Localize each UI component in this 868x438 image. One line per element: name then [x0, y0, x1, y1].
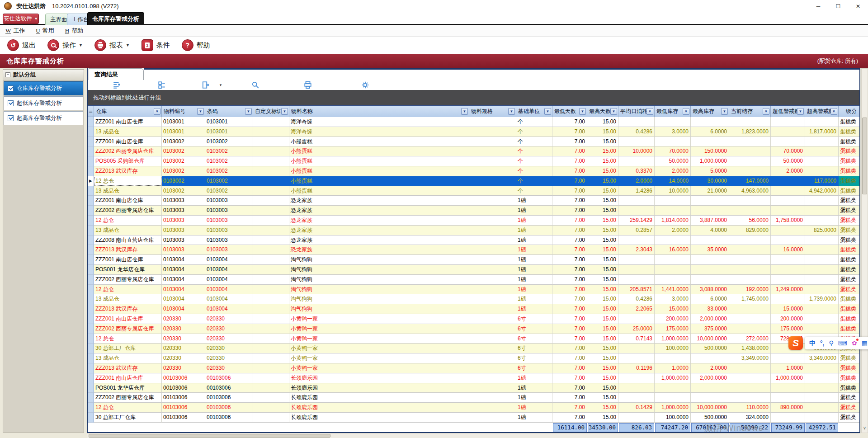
cell-r3-c6[interactable]: 个	[516, 146, 552, 156]
cell-r21-c10[interactable]: 175.0000	[655, 324, 691, 334]
ime-skin-icon[interactable]: ✿	[852, 340, 857, 346]
cell-r12-c3[interactable]	[253, 235, 289, 245]
cell-r26-c5[interactable]	[469, 373, 516, 383]
cell-r7-c4[interactable]: 小熊蛋糕	[289, 186, 469, 196]
column-header-7[interactable]: 最低天数▼	[552, 106, 587, 118]
close-button[interactable]: ✕	[848, 0, 868, 12]
cell-r9-c5[interactable]	[469, 206, 516, 216]
cell-r12-c10[interactable]	[655, 235, 691, 245]
cell-r27-c15[interactable]: 蛋糕类	[839, 383, 860, 393]
cell-r18-c6[interactable]: 1磅	[516, 294, 552, 304]
filter-dropdown-icon[interactable]: ▼	[461, 108, 468, 115]
cell-r1-c0[interactable]: 13 成品仓	[94, 127, 162, 137]
cell-r13-c6[interactable]: 1磅	[516, 245, 552, 255]
cell-r30-c6[interactable]: 1磅	[516, 413, 552, 423]
cell-r15-c15[interactable]: 蛋糕类	[839, 265, 860, 275]
cell-r17-c3[interactable]	[253, 285, 289, 295]
cell-r2-c12[interactable]	[729, 137, 771, 147]
cell-r18-c0[interactable]: 13 成品仓	[94, 294, 162, 304]
cell-r28-c9[interactable]	[618, 393, 655, 403]
cell-r28-c7[interactable]: 7.00	[552, 393, 587, 403]
cell-r2-c11[interactable]	[691, 137, 729, 147]
cell-r3-c7[interactable]: 7.00	[552, 146, 587, 156]
cell-r19-c2[interactable]: 0103004	[205, 304, 253, 314]
row-indicator[interactable]	[88, 186, 94, 196]
cell-r23-c6[interactable]: 6寸	[516, 344, 552, 353]
row-indicator[interactable]	[88, 196, 94, 206]
cell-r21-c7[interactable]: 7.00	[552, 324, 587, 334]
filter-dropdown-icon[interactable]: ▼	[197, 108, 204, 115]
cell-r30-c8[interactable]: 15.00	[587, 413, 618, 423]
column-header-9[interactable]: 平均日消耗▼	[618, 106, 655, 118]
cell-r5-c2[interactable]: 0103002	[205, 166, 253, 176]
cell-r13-c10[interactable]: 16.0000	[655, 245, 691, 255]
row-indicator[interactable]	[88, 216, 94, 226]
row-indicator[interactable]	[88, 265, 94, 275]
cell-r8-c14[interactable]	[805, 196, 839, 206]
cell-r12-c7[interactable]: 7.00	[552, 235, 587, 245]
cell-r5-c10[interactable]: 2.0000	[655, 166, 691, 176]
cell-r4-c12[interactable]	[729, 156, 771, 166]
cell-r26-c0[interactable]: ZZZ001 南山店仓库	[94, 373, 162, 383]
cell-r4-c9[interactable]	[618, 156, 655, 166]
cell-r11-c13[interactable]	[771, 226, 805, 235]
row-indicator[interactable]	[88, 206, 94, 216]
cell-r24-c6[interactable]: 6寸	[516, 353, 552, 363]
cell-r30-c14[interactable]	[805, 413, 839, 423]
cell-r22-c1[interactable]: 020330	[162, 334, 205, 344]
cell-r16-c11[interactable]	[691, 275, 729, 285]
cell-r20-c2[interactable]: 020330	[205, 314, 253, 324]
cell-r0-c11[interactable]	[691, 117, 729, 127]
filter-dropdown-icon[interactable]: ▼	[281, 108, 288, 115]
cell-r13-c5[interactable]	[469, 245, 516, 255]
cell-r12-c14[interactable]	[805, 235, 839, 245]
cell-r27-c7[interactable]: 7.00	[552, 383, 587, 393]
export-icon[interactable]	[202, 81, 210, 89]
row-indicator[interactable]	[88, 285, 94, 295]
cell-r25-c13[interactable]: 1.0000	[771, 363, 805, 373]
cell-r19-c0[interactable]: ZZZ013 武汉库存	[94, 304, 162, 314]
cell-r24-c15[interactable]: 蛋糕类	[839, 353, 860, 363]
cell-r12-c2[interactable]: 0103003	[205, 235, 253, 245]
filter-dropdown-icon[interactable]: ▼	[245, 108, 252, 115]
cell-r9-c1[interactable]: 0103003	[162, 206, 205, 216]
cell-r0-c9[interactable]	[618, 117, 655, 127]
cell-r4-c1[interactable]: 0103002	[162, 156, 205, 166]
cell-r10-c9[interactable]: 259.1429	[618, 216, 655, 226]
cell-r13-c2[interactable]: 0103003	[205, 245, 253, 255]
cell-r3-c9[interactable]: 10.0000	[618, 146, 655, 156]
menu-work[interactable]: W工作	[0, 27, 30, 35]
cell-r14-c7[interactable]: 7.00	[552, 255, 587, 265]
cell-r5-c15[interactable]: 蛋糕类	[839, 166, 860, 176]
maximize-button[interactable]: ☐	[828, 0, 848, 12]
cell-r25-c3[interactable]	[253, 363, 289, 373]
cell-r26-c6[interactable]: 1磅	[516, 373, 552, 383]
sidebar-group-header[interactable]: − 默认分组	[3, 70, 84, 80]
column-header-15[interactable]: 一级分	[839, 106, 860, 118]
sidebar-item-1[interactable]: 超低库存警戒分析	[4, 96, 83, 110]
cell-r29-c1[interactable]: 00103006	[162, 403, 205, 413]
cell-r19-c14[interactable]	[805, 304, 839, 314]
cell-r9-c15[interactable]: 蛋糕类	[839, 206, 860, 216]
cell-r16-c4[interactable]: 淘气狗狗	[289, 275, 469, 285]
cell-r26-c2[interactable]: 00103006	[205, 373, 253, 383]
cell-r30-c13[interactable]	[771, 413, 805, 423]
cell-r29-c13[interactable]: 890.0000	[771, 403, 805, 413]
cell-r15-c7[interactable]: 7.00	[552, 265, 587, 275]
vertical-scrollbar[interactable]: ∨	[861, 68, 868, 433]
cell-r5-c3[interactable]	[253, 166, 289, 176]
cell-r18-c8[interactable]: 15.00	[587, 294, 618, 304]
filter-dropdown-icon[interactable]: ▼	[579, 108, 586, 115]
cell-r30-c7[interactable]: 7.00	[552, 413, 587, 423]
cell-r26-c9[interactable]	[618, 373, 655, 383]
row-indicator[interactable]	[88, 373, 94, 383]
cell-r3-c12[interactable]	[729, 146, 771, 156]
cell-r13-c13[interactable]: 16.0000	[771, 245, 805, 255]
print-icon[interactable]	[304, 81, 312, 89]
cell-r18-c4[interactable]: 淘气狗狗	[289, 294, 469, 304]
cell-r7-c12[interactable]: 4,963.0000	[729, 186, 771, 196]
filter-dropdown-icon[interactable]: ▼	[610, 108, 617, 115]
cell-r13-c14[interactable]	[805, 245, 839, 255]
cell-r23-c0[interactable]: 30 总部工厂仓库	[94, 344, 162, 353]
cell-r14-c6[interactable]: 1磅	[516, 255, 552, 265]
